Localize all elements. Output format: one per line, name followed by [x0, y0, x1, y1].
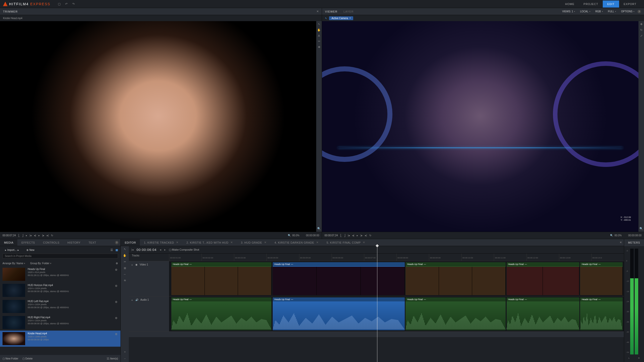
v-prev-frame-icon[interactable]: ◂| [352, 234, 354, 237]
audio-track-content[interactable]: Heads Up Final Heads Up Final Heads Up F… [169, 296, 624, 331]
view-grid-icon[interactable]: ▦ [115, 248, 118, 252]
video-clip[interactable]: Heads Up Final [273, 262, 405, 295]
delete-button[interactable]: ▢ Delete [22, 357, 33, 360]
audio-clip[interactable]: Heads Up Final [580, 297, 622, 330]
trimmer-video[interactable] [0, 21, 316, 232]
arrange-dropdown[interactable]: Arrange By: Name [3, 262, 25, 265]
v-goto-end-icon[interactable]: ▸| [365, 234, 367, 237]
nav-export[interactable]: EXPORT [619, 1, 641, 8]
scale-tool-icon[interactable]: ⤢ [640, 34, 642, 37]
cursor-icon[interactable]: ↖ [325, 17, 327, 20]
play-icon[interactable]: ▸ [38, 234, 40, 237]
item-gear-icon[interactable]: ⚙ [115, 284, 117, 288]
view-list-icon[interactable]: ☰ [110, 248, 113, 252]
active-camera-dropdown[interactable]: Active Camera [329, 16, 353, 20]
tool-move-icon[interactable]: ✥ [318, 46, 320, 49]
track-collapse-icon[interactable]: ＋ [131, 298, 133, 302]
rgb-dropdown[interactable]: RGB [593, 10, 605, 13]
tab-controls[interactable]: CONTROLS [39, 239, 63, 246]
v-set-out-icon[interactable]: ⎦ [344, 234, 345, 237]
move-tool-icon[interactable]: ✥ [640, 23, 642, 26]
audio-clip[interactable]: Heads Up Final [171, 297, 271, 330]
audio-clip[interactable]: Heads Up Final [406, 297, 506, 330]
media-item[interactable]: Heads Up Final 1920 x 814 pixels 00:01:2… [0, 266, 120, 282]
full-dropdown[interactable]: FULL [606, 10, 618, 13]
ripple-tool-icon[interactable]: ↔ [124, 273, 126, 276]
set-out-icon[interactable]: ⎦ [22, 234, 23, 237]
trimmer-close-icon[interactable]: ✕ [316, 10, 319, 13]
item-gear-icon[interactable]: ⚙ [115, 333, 117, 336]
v-goto-start-icon[interactable]: |◂ [348, 234, 350, 237]
track-collapse-icon[interactable]: ＋ [131, 263, 133, 267]
close-icon[interactable]: ✕ [230, 241, 233, 244]
timeline-close-icon[interactable]: ✕ [620, 241, 622, 244]
settings-icon[interactable]: ⚙ [116, 262, 118, 265]
media-item[interactable]: HUD Left Flat.mp4 1024 x 1024 pixels 00:… [0, 298, 120, 314]
trimmer-tab[interactable]: TRIMMER [3, 10, 18, 13]
viewer-zoom[interactable]: 80.0% [615, 234, 622, 237]
viewer-tab[interactable]: VIEWER [325, 10, 337, 13]
media-help-icon[interactable]: ? [115, 241, 118, 244]
nav-edit[interactable]: EDIT [603, 1, 619, 8]
timeline-timecode[interactable]: 00:00:06:04 [137, 248, 157, 252]
group-dropdown[interactable]: Group By: Folder [30, 262, 51, 265]
video-track-content[interactable]: Heads Up Final Heads Up Final Heads Up F… [169, 261, 624, 296]
v-zoom-icon[interactable]: 🔍 [610, 234, 613, 237]
tab-history[interactable]: HISTORY [63, 239, 85, 246]
tl-goto-start-icon[interactable]: |◂ [131, 248, 134, 251]
track-visible-icon[interactable]: ◉ [135, 263, 138, 266]
tab-comp-3[interactable]: 3. HUD GRADE✕ [237, 239, 271, 246]
tab-comp-5[interactable]: 5. KIRSTIE FINAL COMP✕ [323, 239, 369, 246]
v-next-frame-icon[interactable]: |▸ [360, 234, 363, 237]
insert-icon[interactable]: ▸ [26, 234, 27, 237]
new-folder-button[interactable]: ▢ New Folder [3, 357, 18, 360]
close-icon[interactable]: ✕ [264, 241, 267, 244]
redo-icon[interactable]: ↷ [72, 2, 75, 6]
close-icon[interactable]: ✕ [316, 241, 319, 244]
tab-text[interactable]: TEXT [85, 239, 100, 246]
undo-icon[interactable]: ↶ [65, 2, 68, 6]
zoom-out-icon[interactable]: 🔍 [288, 234, 291, 237]
next-frame-icon[interactable]: |▸ [42, 234, 44, 237]
tl-next-icon[interactable]: ▸ [164, 248, 166, 251]
video-clip[interactable]: Heads Up Final [406, 262, 506, 295]
set-in-icon[interactable]: ⎣ [18, 234, 20, 237]
media-search-input[interactable] [3, 254, 118, 258]
zoom-out-icon[interactable]: － [124, 357, 126, 360]
tool-zoom-icon[interactable]: 🔍 [317, 227, 321, 230]
tool-arrow-icon[interactable]: ↖ [318, 23, 320, 26]
video-clip[interactable]: Heads Up Final [507, 262, 579, 295]
slice-tool-icon[interactable]: ✂ [124, 260, 126, 263]
tab-editor[interactable]: EDITOR [121, 239, 140, 246]
views-dropdown[interactable]: VIEWS: 1 [560, 10, 577, 13]
audio-clip[interactable]: Heads Up Final [273, 297, 405, 330]
tool-text-icon[interactable]: A [318, 34, 320, 37]
nav-home[interactable]: HOME [561, 1, 579, 8]
v-loop-icon[interactable]: ↻ [369, 234, 371, 237]
nav-project[interactable]: PROJECT [579, 1, 603, 8]
make-comp-button[interactable]: ▢ Make Composite Shot [169, 248, 199, 251]
help-icon[interactable]: ? [637, 10, 641, 13]
video-clip[interactable]: Heads Up Final [580, 262, 622, 295]
rate-tool-icon[interactable]: ≋ [124, 279, 126, 282]
v-set-in-icon[interactable]: ⎣ [340, 234, 342, 237]
save-icon[interactable]: ▢ [58, 2, 61, 6]
tab-media[interactable]: MEDIA [0, 239, 17, 246]
zoom-tool-icon[interactable]: 🔍 [639, 227, 643, 230]
tab-comp-4[interactable]: 4. KIRSTIE DARKEN GRADE✕ [270, 239, 323, 246]
v-play-icon[interactable]: ▸ [357, 234, 358, 237]
timeline-ruler[interactable]: Tracks 00:00:01:00 00:00:02:00 00:00:03:… [129, 254, 624, 261]
loop-icon[interactable]: ↻ [51, 234, 53, 237]
viewer-video[interactable]: X: -312.99 Y: -488.61 [322, 21, 638, 232]
tl-prev-icon[interactable]: ◂ [160, 248, 161, 251]
track-mute-icon[interactable]: 🔊 [135, 298, 138, 301]
import-button[interactable]: ▸ Import... ▸ [3, 248, 21, 252]
close-icon[interactable]: ✕ [363, 241, 365, 244]
media-item[interactable]: HUD Horizon Flat.mp4 1024 x 1024 pixels … [0, 282, 120, 298]
audio-clip[interactable]: Heads Up Final [507, 297, 579, 330]
video-clip[interactable]: Heads Up Final [171, 262, 271, 295]
options-dropdown[interactable]: OPTIONS [619, 10, 636, 13]
item-gear-icon[interactable]: ⚙ [115, 268, 117, 272]
tab-effects[interactable]: EFFECTS [17, 239, 39, 246]
select-tool-icon[interactable]: ↖ [124, 248, 126, 251]
